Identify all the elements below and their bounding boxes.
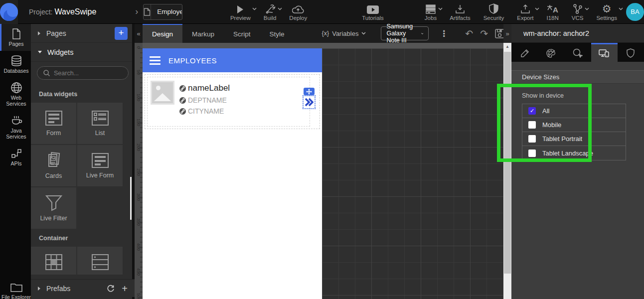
move-handle[interactable]: [304, 88, 315, 95]
prefabs-section-header[interactable]: Prefabs +: [31, 279, 135, 297]
tab-design[interactable]: Design: [143, 24, 182, 43]
device-option-row[interactable]: ✓ Mobile: [522, 118, 626, 132]
widget-search[interactable]: [37, 66, 129, 80]
dept-label-widget[interactable]: DEPTNAME: [179, 96, 230, 104]
anchor-chevron-widget[interactable]: [303, 95, 316, 109]
pages-section-header[interactable]: Pages +: [31, 24, 135, 43]
palette-scrollbar[interactable]: [130, 177, 132, 220]
rail-item-java-services[interactable]: Java Services: [0, 111, 31, 144]
artifacts-button[interactable]: Artifacts: [450, 3, 471, 21]
refresh-icon[interactable]: [107, 285, 115, 293]
tab-styles[interactable]: [538, 43, 564, 62]
settings-button[interactable]: ⚙ Settings: [596, 3, 617, 21]
device-option-row[interactable]: ✓ Tablet Portrait: [522, 132, 626, 146]
rail-item-databases[interactable]: Databases: [0, 51, 31, 78]
app-logo[interactable]: [0, 0, 18, 24]
tab-style[interactable]: Style: [260, 24, 294, 43]
download-tray-icon: [455, 3, 465, 14]
tab-properties[interactable]: [511, 43, 538, 62]
selected-widget-title: wm-anchor: anchor2: [511, 24, 644, 43]
widgets-section-header[interactable]: Widgets: [31, 43, 135, 62]
jobs-button[interactable]: Jobs: [425, 3, 437, 21]
wavemaker-studio: Project:WaveSwipe › Employees Preview Bu…: [0, 0, 644, 299]
tab-events[interactable]: [564, 43, 591, 62]
widget-tile-live-filter[interactable]: Live Filter: [31, 187, 76, 229]
double-chevron-right-icon: [305, 98, 314, 107]
move-icon: [306, 89, 312, 95]
tutorials-button[interactable]: Tutorials: [362, 3, 384, 21]
checkbox-all[interactable]: ✓: [528, 107, 536, 115]
device-preview[interactable]: EMPLOYEES nameLabel DEPTNAME: [143, 48, 322, 299]
collapse-panel-button[interactable]: «: [135, 24, 143, 43]
i18n-button[interactable]: A I18N: [546, 3, 558, 21]
city-label-widget[interactable]: CITYNAME: [179, 107, 230, 115]
mobile-navbar[interactable]: EMPLOYEES: [143, 48, 322, 72]
container-label: Container: [31, 229, 135, 247]
undo-button[interactable]: ↶: [465, 28, 473, 39]
chevron-right-icon: ›: [135, 6, 138, 17]
page-tab-label: Employees: [151, 8, 182, 15]
widget-tile-accordion[interactable]: Accordion: [77, 247, 123, 275]
checkbox-tablet-landscape[interactable]: ✓: [528, 150, 536, 157]
widget-tile-grid-layout[interactable]: Grid Layout: [31, 247, 76, 275]
widget-tile-form[interactable]: Form: [31, 103, 76, 144]
add-page-button[interactable]: +: [115, 27, 128, 40]
widget-tile-cards[interactable]: Cards: [31, 145, 76, 186]
canvas-vertical-scrollbar[interactable]: ▲: [503, 43, 511, 299]
deploy-button[interactable]: Deploy: [289, 3, 307, 21]
redo-button[interactable]: ↷: [480, 28, 488, 39]
device-option-row[interactable]: ✓ All: [522, 104, 626, 118]
topbar-actions: Preview Build Deploy Tutorials Jobs: [230, 3, 617, 21]
tab-security[interactable]: [618, 43, 644, 62]
rail-item-pages[interactable]: Pages: [0, 24, 31, 51]
hamburger-menu-icon[interactable]: [150, 56, 161, 65]
mobile-navbar-title: EMPLOYEES: [168, 56, 217, 65]
inspector-tabs: [511, 43, 644, 62]
device-option-row[interactable]: ✓ Tablet Landscape: [522, 146, 626, 160]
list-icon: [91, 110, 109, 126]
list-widget[interactable]: nameLabel DEPTNAME CITYNAME: [145, 74, 320, 129]
image-placeholder[interactable]: [151, 81, 174, 105]
design-canvas[interactable]: EMPLOYEES nameLabel DEPTNAME: [143, 43, 503, 299]
horizontal-scrollbar[interactable]: [143, 43, 503, 48]
user-avatar[interactable]: BA: [626, 3, 644, 21]
scrollbar-thumb[interactable]: [504, 52, 511, 274]
checkbox-tablet-portrait[interactable]: ✓: [528, 135, 536, 143]
tab-device-sizes[interactable]: [591, 43, 618, 62]
name-label-widget[interactable]: nameLabel: [179, 83, 230, 93]
project-name: WaveSwipe: [54, 7, 96, 16]
chevron-down-icon[interactable]: [535, 7, 539, 10]
chevron-down-icon[interactable]: [619, 7, 623, 10]
add-prefab-button[interactable]: +: [122, 284, 128, 294]
tab-markup[interactable]: Markup: [182, 24, 224, 43]
widget-tile-list[interactable]: List: [77, 103, 123, 144]
search-input[interactable]: [54, 70, 122, 77]
page-tab-employees[interactable]: Employees: [143, 4, 182, 20]
chevron-down-icon[interactable]: [438, 7, 443, 10]
security-button[interactable]: Security: [483, 3, 504, 21]
tab-script[interactable]: Script: [224, 24, 260, 43]
checkbox-mobile[interactable]: ✓: [528, 121, 536, 129]
expand-panel-button[interactable]: »: [503, 24, 511, 43]
chevron-down-icon[interactable]: [585, 7, 589, 10]
chevron-down-icon: [361, 32, 366, 35]
list-item-template[interactable]: nameLabel DEPTNAME CITYNAME: [147, 77, 310, 127]
rail-item-file-explorer[interactable]: File Explorer: [0, 278, 31, 299]
rail-item-web-services[interactable]: Web Services: [0, 78, 31, 111]
preview-button[interactable]: Preview: [230, 3, 251, 21]
expanded-arrow-icon: [38, 51, 42, 53]
chevron-down-icon[interactable]: [278, 7, 282, 10]
scroll-up-arrow[interactable]: ▲: [503, 44, 511, 49]
device-selector[interactable]: Samsung Galaxy Note III: [381, 26, 429, 40]
chevron-down-icon[interactable]: [252, 7, 257, 10]
widget-tile-live-form[interactable]: Live Form: [77, 145, 123, 186]
more-options-button[interactable]: ⋮: [440, 28, 448, 39]
form-icon: [45, 110, 63, 126]
export-button[interactable]: Export: [517, 3, 533, 21]
widgets-palette: Pages + Widgets Data widgets Form List: [31, 24, 135, 299]
build-button[interactable]: Build: [264, 3, 277, 21]
coffee-cup-icon: [10, 115, 22, 126]
variables-button[interactable]: {x} Variables: [322, 24, 366, 43]
rail-item-apis[interactable]: APIs: [0, 144, 31, 170]
vcs-button[interactable]: VCS: [572, 3, 584, 21]
